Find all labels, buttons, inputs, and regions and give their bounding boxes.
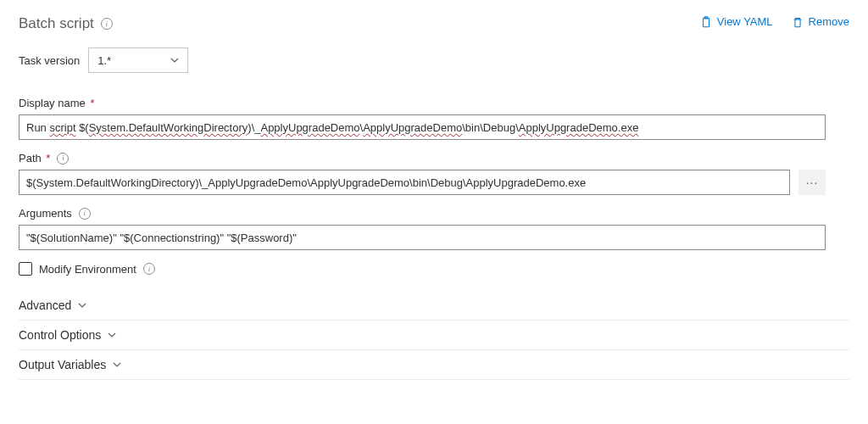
section-control-options[interactable]: Control Options [19, 321, 849, 350]
chevron-down-icon [170, 56, 179, 64]
trash-icon [792, 16, 804, 28]
view-yaml-label: View YAML [717, 15, 773, 28]
arguments-input[interactable] [19, 225, 826, 250]
remove-button[interactable]: Remove [792, 15, 849, 28]
section-output-variables[interactable]: Output Variables [19, 350, 849, 380]
task-version-value: 1.* [97, 54, 111, 67]
info-icon[interactable]: i [57, 153, 69, 165]
section-advanced-label: Advanced [19, 298, 71, 312]
display-name-input[interactable]: Run script $(System.DefaultWorkingDirect… [19, 114, 826, 140]
svg-rect-0 [703, 18, 709, 27]
info-icon[interactable]: i [143, 263, 155, 275]
section-control-label: Control Options [19, 328, 101, 342]
display-name-label: Display name * [19, 97, 849, 109]
ellipsis-icon: ··· [806, 176, 819, 189]
browse-button[interactable]: ··· [798, 170, 826, 195]
task-version-label: Task version [19, 54, 80, 67]
chevron-down-icon [108, 331, 116, 339]
info-icon[interactable]: i [79, 208, 91, 220]
path-input[interactable] [19, 170, 790, 195]
section-advanced[interactable]: Advanced [19, 291, 849, 321]
task-version-select[interactable]: 1.* [88, 47, 188, 73]
clipboard-icon [700, 16, 712, 28]
path-label: Path * i [19, 152, 849, 165]
page-title: Batch script [19, 15, 94, 32]
chevron-down-icon [113, 360, 121, 369]
modify-environment-checkbox[interactable] [19, 262, 32, 276]
section-output-label: Output Variables [19, 358, 106, 371]
modify-environment-label: Modify Environment [39, 263, 136, 276]
chevron-down-icon [78, 301, 86, 310]
info-icon[interactable]: i [101, 18, 113, 30]
view-yaml-button[interactable]: View YAML [700, 15, 773, 28]
remove-label: Remove [809, 15, 849, 28]
arguments-label: Arguments i [19, 207, 849, 220]
